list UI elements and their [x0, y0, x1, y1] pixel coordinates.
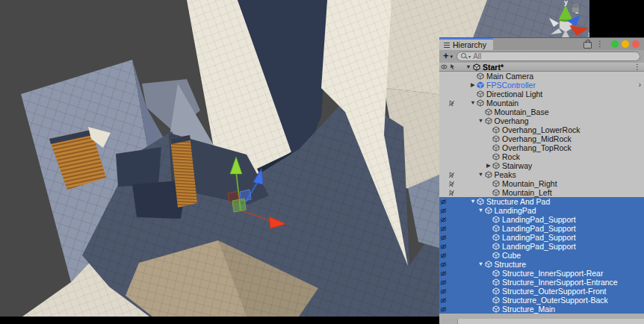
row-gutter[interactable]: [439, 134, 457, 143]
visibility-off-icon[interactable]: [440, 243, 447, 250]
tree-item[interactable]: Rock: [439, 152, 644, 161]
row-gutter[interactable]: [439, 161, 457, 170]
row-gutter[interactable]: [439, 90, 457, 99]
row-gutter[interactable]: [439, 99, 457, 108]
pickability-off-icon[interactable]: [448, 100, 455, 107]
row-gutter[interactable]: [439, 179, 457, 188]
tree-item[interactable]: Mountain_Left: [439, 188, 644, 197]
expand-arrow[interactable]: ▼: [469, 99, 477, 108]
visibility-off-icon[interactable]: [440, 199, 447, 205]
row-gutter[interactable]: [439, 143, 457, 152]
scene-pickability-icon[interactable]: [449, 63, 456, 70]
scene-header[interactable]: ▼ Start* ⋮: [439, 63, 644, 72]
panel-tab-bar: Hierarchy ⋮: [439, 37, 644, 50]
tree-item[interactable]: LandingPad_Support: [439, 224, 644, 233]
tree-item[interactable]: Cube: [439, 251, 644, 260]
tree-item[interactable]: Structurre_OuterSupport-Back: [439, 296, 644, 305]
row-gutter[interactable]: [439, 152, 457, 161]
visibility-off-icon[interactable]: [440, 306, 447, 313]
row-gutter[interactable]: [439, 116, 457, 125]
expand-arrow[interactable]: ▼: [465, 63, 472, 70]
row-gutter[interactable]: [439, 197, 457, 206]
row-gutter[interactable]: [439, 170, 457, 179]
tree-item[interactable]: Structure_OuterSupport-Front: [439, 287, 644, 296]
tree-item[interactable]: Structure_Main: [439, 305, 644, 314]
panel-kebab-menu-icon[interactable]: ⋮: [596, 40, 604, 48]
expand-arrow[interactable]: ▼: [477, 170, 485, 179]
pickability-off-icon[interactable]: [448, 190, 455, 196]
row-gutter[interactable]: [439, 188, 457, 197]
scene-kebab-menu-icon[interactable]: ⋮: [634, 63, 641, 71]
lock-icon[interactable]: [583, 42, 592, 49]
tree-item[interactable]: ▼Peaks: [439, 170, 644, 179]
row-gutter[interactable]: [439, 233, 457, 242]
tree-item[interactable]: ▼Structure: [439, 260, 644, 269]
expand-arrow[interactable]: ▼: [477, 260, 485, 269]
search-field[interactable]: ▾: [456, 52, 640, 61]
visibility-off-icon[interactable]: [440, 208, 447, 214]
row-gutter[interactable]: [439, 224, 457, 233]
item-label: LandingPad: [495, 206, 536, 215]
tree-item[interactable]: ▶FPSController›: [439, 81, 644, 90]
row-gutter[interactable]: [439, 278, 457, 287]
tree-item[interactable]: Mountain_Base: [439, 108, 644, 116]
row-gutter[interactable]: [439, 251, 457, 260]
row-gutter[interactable]: [439, 81, 457, 90]
row-gutter[interactable]: [439, 72, 457, 81]
gameobject-icon: [492, 180, 500, 187]
row-gutter[interactable]: [439, 242, 457, 251]
row-gutter[interactable]: [439, 287, 457, 296]
tree-item[interactable]: Structure_InnerSupport-Entrance: [439, 278, 644, 287]
expand-arrow[interactable]: ▼: [469, 197, 477, 206]
visibility-off-icon[interactable]: [440, 297, 447, 304]
visibility-off-icon[interactable]: [440, 225, 447, 232]
gameobject-icon: [485, 171, 492, 178]
visibility-off-icon[interactable]: [440, 252, 447, 259]
tree-item[interactable]: LandingPad_Support: [439, 233, 644, 242]
row-gutter[interactable]: [439, 305, 457, 314]
tree-item[interactable]: Overhang_LowerRock: [439, 125, 644, 134]
tree-item[interactable]: Overhang_TopRock: [439, 143, 644, 152]
window-control-green[interactable]: [611, 40, 619, 48]
visibility-off-icon[interactable]: [440, 288, 447, 295]
row-gutter[interactable]: [439, 296, 457, 305]
row-gutter[interactable]: [439, 125, 457, 134]
row-gutter[interactable]: [439, 215, 457, 224]
tree-item[interactable]: LandingPad_Support: [439, 242, 644, 251]
row-gutter[interactable]: [439, 206, 457, 215]
visibility-off-icon[interactable]: [440, 216, 447, 223]
tree-item[interactable]: ▼Structure And Pad: [439, 197, 644, 206]
visibility-off-icon[interactable]: [440, 261, 447, 268]
tree-item[interactable]: ▶Stairway: [439, 161, 644, 170]
tree-item[interactable]: ▼Mountain: [439, 99, 644, 108]
expand-arrow[interactable]: ▶: [469, 81, 477, 90]
row-gutter[interactable]: [439, 108, 457, 116]
tab-hierarchy[interactable]: Hierarchy: [439, 38, 493, 50]
visibility-off-icon[interactable]: [440, 270, 447, 277]
tree-item[interactable]: LandingPad_Support: [439, 215, 644, 224]
tree-item[interactable]: Directional Light: [439, 90, 644, 99]
tree-item[interactable]: Structure_InnerSupport-Rear: [439, 269, 644, 278]
visibility-off-icon[interactable]: [440, 234, 447, 241]
expand-arrow[interactable]: ▶: [485, 161, 492, 170]
tree-item[interactable]: Overhang_MidRock: [439, 134, 644, 143]
tree-item[interactable]: ▼LandingPad: [439, 206, 644, 215]
window-control-red[interactable]: [632, 40, 640, 48]
item-label: Rock: [502, 152, 520, 161]
prefab-open-chevron[interactable]: ›: [639, 81, 641, 90]
tree-item[interactable]: ▼Overhang: [439, 116, 644, 125]
pickability-off-icon[interactable]: [448, 172, 455, 178]
visibility-off-icon[interactable]: [440, 279, 447, 286]
expand-arrow[interactable]: ▼: [477, 116, 485, 125]
pickability-off-icon[interactable]: [448, 181, 455, 187]
tree-item[interactable]: Mountain_Right: [439, 179, 644, 188]
scene-visibility-eye-icon[interactable]: [441, 63, 448, 70]
create-button[interactable]: + ▾: [443, 52, 453, 60]
row-gutter[interactable]: [439, 260, 457, 269]
expand-arrow[interactable]: ▼: [477, 206, 485, 215]
item-label: Overhang_LowerRock: [502, 125, 580, 134]
tree-item[interactable]: Main Camera: [439, 72, 644, 81]
row-gutter[interactable]: [439, 269, 457, 278]
search-input[interactable]: [473, 52, 636, 60]
window-control-yellow[interactable]: [622, 40, 629, 48]
